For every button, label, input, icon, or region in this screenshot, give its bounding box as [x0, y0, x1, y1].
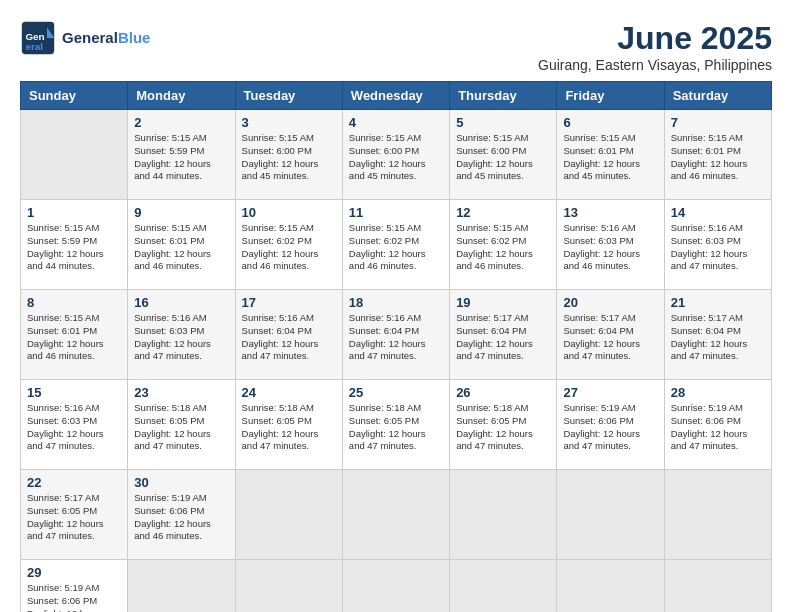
table-cell — [557, 560, 664, 613]
col-tuesday: Tuesday — [235, 82, 342, 110]
table-cell: 1Sunrise: 5:15 AMSunset: 5:59 PMDaylight… — [21, 200, 128, 290]
day-info: Sunrise: 5:15 AMSunset: 6:01 PMDaylight:… — [134, 222, 228, 273]
table-cell: 17Sunrise: 5:16 AMSunset: 6:04 PMDayligh… — [235, 290, 342, 380]
day-info: Sunrise: 5:15 AMSunset: 6:02 PMDaylight:… — [349, 222, 443, 273]
day-number: 25 — [349, 385, 443, 400]
day-info: Sunrise: 5:17 AMSunset: 6:04 PMDaylight:… — [671, 312, 765, 363]
day-info: Sunrise: 5:16 AMSunset: 6:04 PMDaylight:… — [242, 312, 336, 363]
table-cell: 28Sunrise: 5:19 AMSunset: 6:06 PMDayligh… — [664, 380, 771, 470]
table-cell — [342, 470, 449, 560]
table-cell: 22Sunrise: 5:17 AMSunset: 6:05 PMDayligh… — [21, 470, 128, 560]
table-cell — [21, 110, 128, 200]
table-cell — [235, 470, 342, 560]
day-number: 28 — [671, 385, 765, 400]
table-cell: 15Sunrise: 5:16 AMSunset: 6:03 PMDayligh… — [21, 380, 128, 470]
day-info: Sunrise: 5:19 AMSunset: 6:06 PMDaylight:… — [27, 582, 121, 612]
day-number: 5 — [456, 115, 550, 130]
day-number: 7 — [671, 115, 765, 130]
day-info: Sunrise: 5:16 AMSunset: 6:04 PMDaylight:… — [349, 312, 443, 363]
day-info: Sunrise: 5:15 AMSunset: 6:02 PMDaylight:… — [456, 222, 550, 273]
table-cell: 11Sunrise: 5:15 AMSunset: 6:02 PMDayligh… — [342, 200, 449, 290]
title-area: June 2025 Guirang, Eastern Visayas, Phil… — [538, 20, 772, 73]
month-title: June 2025 — [538, 20, 772, 57]
table-cell: 4Sunrise: 5:15 AMSunset: 6:00 PMDaylight… — [342, 110, 449, 200]
table-cell: 23Sunrise: 5:18 AMSunset: 6:05 PMDayligh… — [128, 380, 235, 470]
day-number: 14 — [671, 205, 765, 220]
calendar-header-row: Sunday Monday Tuesday Wednesday Thursday… — [21, 82, 772, 110]
table-row: 8Sunrise: 5:15 AMSunset: 6:01 PMDaylight… — [21, 290, 772, 380]
day-number: 1 — [27, 205, 121, 220]
day-info: Sunrise: 5:15 AMSunset: 6:01 PMDaylight:… — [27, 312, 121, 363]
table-cell: 14Sunrise: 5:16 AMSunset: 6:03 PMDayligh… — [664, 200, 771, 290]
day-number: 15 — [27, 385, 121, 400]
table-cell — [450, 560, 557, 613]
logo-icon: Gen eral — [20, 20, 56, 56]
table-cell: 8Sunrise: 5:15 AMSunset: 6:01 PMDaylight… — [21, 290, 128, 380]
day-info: Sunrise: 5:19 AMSunset: 6:06 PMDaylight:… — [563, 402, 657, 453]
table-cell: 29Sunrise: 5:19 AMSunset: 6:06 PMDayligh… — [21, 560, 128, 613]
day-info: Sunrise: 5:15 AMSunset: 5:59 PMDaylight:… — [134, 132, 228, 183]
day-number: 13 — [563, 205, 657, 220]
col-saturday: Saturday — [664, 82, 771, 110]
day-number: 30 — [134, 475, 228, 490]
header: Gen eral GeneralBlue June 2025 Guirang, … — [20, 20, 772, 73]
day-number: 4 — [349, 115, 443, 130]
svg-text:eral: eral — [25, 41, 43, 52]
day-number: 27 — [563, 385, 657, 400]
day-info: Sunrise: 5:18 AMSunset: 6:05 PMDaylight:… — [456, 402, 550, 453]
table-cell: 19Sunrise: 5:17 AMSunset: 6:04 PMDayligh… — [450, 290, 557, 380]
day-number: 10 — [242, 205, 336, 220]
table-cell — [664, 560, 771, 613]
day-number: 12 — [456, 205, 550, 220]
day-number: 6 — [563, 115, 657, 130]
day-info: Sunrise: 5:19 AMSunset: 6:06 PMDaylight:… — [671, 402, 765, 453]
table-cell: 6Sunrise: 5:15 AMSunset: 6:01 PMDaylight… — [557, 110, 664, 200]
table-cell: 24Sunrise: 5:18 AMSunset: 6:05 PMDayligh… — [235, 380, 342, 470]
table-cell: 20Sunrise: 5:17 AMSunset: 6:04 PMDayligh… — [557, 290, 664, 380]
location-title: Guirang, Eastern Visayas, Philippines — [538, 57, 772, 73]
table-cell — [128, 560, 235, 613]
table-cell: 9Sunrise: 5:15 AMSunset: 6:01 PMDaylight… — [128, 200, 235, 290]
table-row: 1Sunrise: 5:15 AMSunset: 5:59 PMDaylight… — [21, 200, 772, 290]
day-info: Sunrise: 5:18 AMSunset: 6:05 PMDaylight:… — [134, 402, 228, 453]
logo-text: GeneralBlue — [62, 29, 150, 47]
table-row: 2Sunrise: 5:15 AMSunset: 5:59 PMDaylight… — [21, 110, 772, 200]
table-cell: 16Sunrise: 5:16 AMSunset: 6:03 PMDayligh… — [128, 290, 235, 380]
table-row: 15Sunrise: 5:16 AMSunset: 6:03 PMDayligh… — [21, 380, 772, 470]
day-info: Sunrise: 5:19 AMSunset: 6:06 PMDaylight:… — [134, 492, 228, 543]
table-cell — [235, 560, 342, 613]
col-monday: Monday — [128, 82, 235, 110]
day-info: Sunrise: 5:15 AMSunset: 6:00 PMDaylight:… — [456, 132, 550, 183]
table-cell: 10Sunrise: 5:15 AMSunset: 6:02 PMDayligh… — [235, 200, 342, 290]
day-info: Sunrise: 5:16 AMSunset: 6:03 PMDaylight:… — [27, 402, 121, 453]
table-cell — [450, 470, 557, 560]
table-cell: 21Sunrise: 5:17 AMSunset: 6:04 PMDayligh… — [664, 290, 771, 380]
day-number: 11 — [349, 205, 443, 220]
day-number: 24 — [242, 385, 336, 400]
day-number: 3 — [242, 115, 336, 130]
day-number: 22 — [27, 475, 121, 490]
day-info: Sunrise: 5:15 AMSunset: 5:59 PMDaylight:… — [27, 222, 121, 273]
day-number: 23 — [134, 385, 228, 400]
day-info: Sunrise: 5:16 AMSunset: 6:03 PMDaylight:… — [134, 312, 228, 363]
day-number: 16 — [134, 295, 228, 310]
day-number: 21 — [671, 295, 765, 310]
day-number: 17 — [242, 295, 336, 310]
table-cell: 25Sunrise: 5:18 AMSunset: 6:05 PMDayligh… — [342, 380, 449, 470]
day-info: Sunrise: 5:15 AMSunset: 6:01 PMDaylight:… — [563, 132, 657, 183]
table-cell: 13Sunrise: 5:16 AMSunset: 6:03 PMDayligh… — [557, 200, 664, 290]
table-cell: 18Sunrise: 5:16 AMSunset: 6:04 PMDayligh… — [342, 290, 449, 380]
table-row: 29Sunrise: 5:19 AMSunset: 6:06 PMDayligh… — [21, 560, 772, 613]
day-info: Sunrise: 5:16 AMSunset: 6:03 PMDaylight:… — [671, 222, 765, 273]
day-info: Sunrise: 5:17 AMSunset: 6:04 PMDaylight:… — [563, 312, 657, 363]
col-sunday: Sunday — [21, 82, 128, 110]
day-info: Sunrise: 5:18 AMSunset: 6:05 PMDaylight:… — [349, 402, 443, 453]
day-number: 2 — [134, 115, 228, 130]
day-number: 26 — [456, 385, 550, 400]
table-cell: 7Sunrise: 5:15 AMSunset: 6:01 PMDaylight… — [664, 110, 771, 200]
day-number: 9 — [134, 205, 228, 220]
day-number: 29 — [27, 565, 121, 580]
table-cell: 27Sunrise: 5:19 AMSunset: 6:06 PMDayligh… — [557, 380, 664, 470]
table-cell — [557, 470, 664, 560]
table-cell — [664, 470, 771, 560]
